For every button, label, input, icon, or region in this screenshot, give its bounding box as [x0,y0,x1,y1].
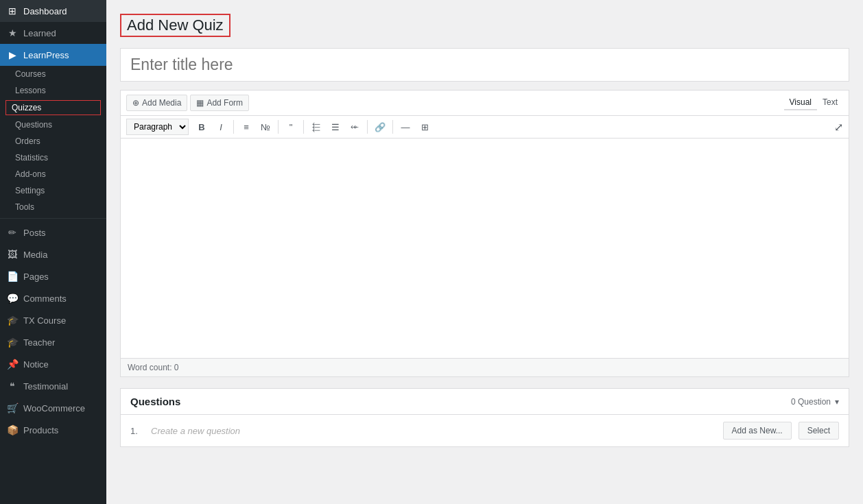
link-button[interactable]: 🔗 [371,119,389,135]
sidebar-item-teacher-label: Teacher [23,337,55,348]
sidebar-item-media[interactable]: 🖼 Media [0,243,106,265]
editor-toolbar-top: ⊕ Add Media ▦ Add Form Visual Text [121,91,849,116]
format-separator-1 [233,120,234,134]
add-media-icon: ⊕ [132,98,139,108]
sidebar-item-learned-label: Learned [23,28,56,38]
align-center-button[interactable]: ☰ [327,119,344,135]
bold-button[interactable]: B [193,119,211,135]
sidebar-item-pages[interactable]: 📄 Pages [0,265,106,287]
format-select[interactable]: Paragraph [126,119,189,135]
unordered-list-button[interactable]: ≡ [237,119,255,135]
question-row: 1. Create a new question Add as New... S… [121,415,849,446]
sidebar-item-learned[interactable]: ★ Learned [0,22,106,44]
dashboard-icon: ⊞ [7,5,18,16]
sidebar-item-products-label: Products [23,425,58,435]
horizontal-rule-button[interactable]: — [397,119,414,135]
sidebar-sub-orders[interactable]: Orders [0,133,106,149]
tab-text[interactable]: Text [817,95,843,110]
sidebar-sub-settings[interactable]: Settings [0,182,106,199]
comments-icon: 💬 [7,293,18,304]
editor-footer: Word count: 0 [121,358,849,376]
media-icon: 🖼 [7,249,18,260]
questions-count-area: 0 Question ▾ [791,397,839,407]
sidebar-item-media-label: Media [23,250,47,260]
word-count-label: Word count: [128,363,172,372]
format-separator-3 [303,120,304,134]
format-separator-2 [278,120,279,134]
ordered-list-button[interactable]: № [257,119,274,135]
expand-editor-button[interactable]: ⤢ [834,121,843,134]
sidebar-item-comments-label: Comments [23,293,67,304]
testimonial-icon: ❝ [7,381,18,392]
learned-icon: ★ [7,27,18,38]
select-button[interactable]: Select [799,422,839,440]
learnpress-icon: ▶ [7,49,18,60]
sidebar-item-pages-label: Pages [23,272,49,282]
chevron-down-icon[interactable]: ▾ [835,397,839,407]
sidebar-item-posts[interactable]: ✏ Posts [0,221,106,243]
align-left-button[interactable]: ⬱ [307,119,325,135]
format-separator-4 [367,120,368,134]
tab-visual[interactable]: Visual [784,95,817,110]
sidebar: ⊞ Dashboard ★ Learned ▶ LearnPress Cours… [0,0,106,504]
quiz-title-input[interactable] [120,48,849,82]
sidebar-sub-quizzes[interactable]: Quizzes [5,100,101,115]
sidebar-item-notice[interactable]: 📌 Notice [0,353,106,375]
questions-count-label: 0 Question [791,397,831,407]
sidebar-item-comments[interactable]: 💬 Comments [0,287,106,309]
word-count-value: 0 [174,363,179,372]
table-button[interactable]: ⊞ [416,119,434,135]
editor-container: ⊕ Add Media ▦ Add Form Visual Text Parag… [120,90,849,377]
add-form-icon: ▦ [196,98,204,108]
sidebar-divider-1 [0,218,106,219]
sidebar-item-tx-course-label: TX Course [23,315,66,326]
add-as-new-button[interactable]: Add as New... [723,422,792,440]
editor-body[interactable] [121,139,849,358]
sidebar-sub-questions[interactable]: Questions [0,117,106,133]
sidebar-item-dashboard-label: Dashboard [23,6,67,16]
sidebar-item-woocommerce[interactable]: 🛒 WooCommerce [0,397,106,419]
sidebar-sub-lessons[interactable]: Lessons [0,82,106,99]
add-form-button[interactable]: ▦ Add Form [190,95,249,111]
sidebar-item-learnpress-label: LearnPress [23,50,69,60]
teacher-icon: 🎓 [7,337,18,348]
page-title: Add New Quiz [120,14,230,37]
add-media-button[interactable]: ⊕ Add Media [126,95,187,111]
question-placeholder: Create a new question [151,426,716,436]
main-content: Add New Quiz ⊕ Add Media ▦ Add Form Visu… [106,0,863,504]
questions-title: Questions [130,396,180,407]
tx-course-icon: 🎓 [7,315,18,326]
sidebar-sub-statistics[interactable]: Statistics [0,149,106,166]
sidebar-sub-courses[interactable]: Courses [0,66,106,82]
products-icon: 📦 [7,424,18,435]
woocommerce-icon: 🛒 [7,403,18,413]
blockquote-button[interactable]: " [282,119,300,135]
sidebar-item-products[interactable]: 📦 Products [0,419,106,441]
sidebar-item-dashboard[interactable]: ⊞ Dashboard [0,0,106,22]
sidebar-sub-tools[interactable]: Tools [0,199,106,215]
sidebar-item-testimonial-label: Testimonial [23,381,68,392]
sidebar-item-tx-course[interactable]: 🎓 TX Course [0,309,106,331]
sidebar-item-posts-label: Posts [23,228,46,238]
notice-icon: 📌 [7,359,18,370]
sidebar-item-notice-label: Notice [23,359,49,370]
sidebar-item-woocommerce-label: WooCommerce [23,403,85,413]
sidebar-item-learnpress[interactable]: ▶ LearnPress [0,44,106,66]
question-number: 1. [130,426,144,436]
questions-section: Questions 0 Question ▾ 1. Create a new q… [120,388,849,447]
visual-text-tabs: Visual Text [784,95,843,110]
italic-button[interactable]: I [212,119,230,135]
questions-header: Questions 0 Question ▾ [121,389,849,415]
sidebar-item-teacher[interactable]: 🎓 Teacher [0,331,106,353]
sidebar-item-testimonial[interactable]: ❝ Testimonial [0,375,106,397]
sidebar-sub-addons[interactable]: Add-ons [0,166,106,182]
posts-icon: ✏ [7,227,18,238]
content-area: Add New Quiz ⊕ Add Media ▦ Add Form Visu… [106,0,863,504]
editor-toolbar-format: Paragraph B I ≡ № " ⬱ ☰ ⬰ 🔗 — ⊞ ⤢ [121,116,849,139]
format-separator-5 [392,120,393,134]
align-right-button[interactable]: ⬰ [346,119,364,135]
pages-icon: 📄 [7,271,18,282]
